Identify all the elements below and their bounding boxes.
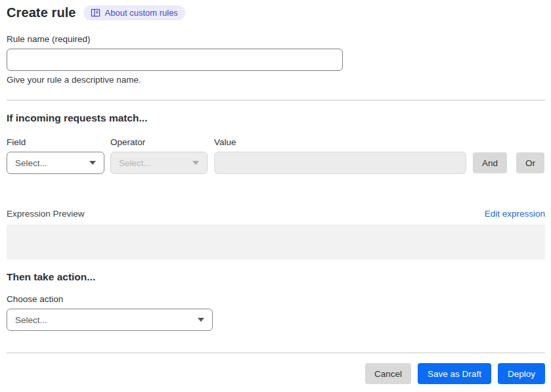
rule-name-label: Rule name (required) (7, 34, 545, 44)
caret-down-icon (192, 161, 199, 165)
cancel-button[interactable]: Cancel (365, 363, 411, 384)
rule-name-input[interactable] (7, 49, 343, 71)
create-rule-page: Create rule About custom rules Rule name… (0, 0, 551, 384)
or-button[interactable]: Or (516, 152, 544, 173)
value-input[interactable] (214, 152, 466, 174)
about-custom-rules-label: About custom rules (105, 8, 178, 18)
book-icon (91, 8, 100, 18)
caret-down-icon (89, 161, 96, 165)
action-section-heading: Then take action... (7, 271, 545, 283)
deploy-button[interactable]: Deploy (498, 363, 545, 384)
value-label: Value (214, 137, 545, 147)
edit-expression-link[interactable]: Edit expression (485, 209, 545, 219)
action-select[interactable]: Select... (7, 309, 213, 331)
operator-select[interactable]: Select... (110, 152, 208, 174)
and-button[interactable]: And (473, 152, 507, 173)
match-labels-row: Field Operator Value (7, 137, 545, 147)
page-header: Create rule About custom rules (7, 5, 545, 20)
section-divider (7, 100, 545, 100)
field-select[interactable]: Select... (7, 152, 104, 174)
caret-down-icon (198, 318, 204, 322)
match-controls-row: Select... Select... And Or (7, 152, 545, 174)
footer-divider (7, 353, 545, 353)
action-select-value: Select... (15, 315, 47, 325)
save-as-draft-button[interactable]: Save as Draft (418, 363, 491, 384)
expression-preview-label: Expression Preview (7, 209, 85, 219)
rule-name-help-text: Give your rule a descriptive name. (7, 75, 545, 85)
operator-select-value: Select... (119, 158, 151, 168)
footer-actions: Cancel Save as Draft Deploy (7, 363, 545, 384)
page-title: Create rule (7, 5, 76, 20)
expression-preview-box (7, 225, 545, 259)
operator-label: Operator (110, 137, 214, 147)
choose-action-label: Choose action (7, 294, 545, 304)
match-section-heading: If incoming requests match... (7, 112, 545, 124)
about-custom-rules-link[interactable]: About custom rules (83, 5, 185, 20)
field-label: Field (7, 137, 110, 147)
expression-preview-row: Expression Preview Edit expression (7, 209, 545, 219)
field-select-value: Select... (15, 158, 47, 168)
